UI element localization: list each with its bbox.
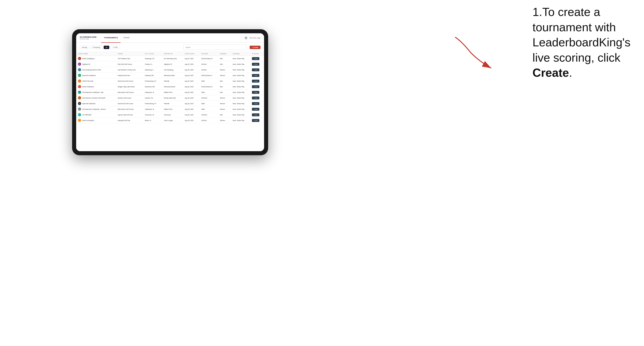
cell-city: Marion, IL xyxy=(143,118,162,123)
col-venue: VENUE xyxy=(116,52,143,56)
cell-event: ⛳ Fall Statesmen Invitational - Men xyxy=(76,90,116,95)
cell-scoring: team, Stroke Play xyxy=(231,90,250,95)
team-logo: ⛳ xyxy=(78,63,81,66)
edit-button[interactable]: ✏ Edit xyxy=(252,85,259,88)
cell-actions: ✏ Edit xyxy=(250,73,264,78)
cell-event: ⛳ VU PREVIEW xyxy=(76,112,116,118)
event-name: UPIKE Fall Invite xyxy=(82,80,93,82)
cell-hosted: Carl Sandburg xyxy=(162,67,183,73)
cell-actions: ✏ Edit xyxy=(250,112,264,118)
cell-division: NAIA xyxy=(200,90,218,95)
arrow-graphic xyxy=(448,35,498,71)
cell-scoring: team, Stroke Play xyxy=(231,106,250,112)
table-body: ⛳ MSMC Qualifying 1 The Powelton Club Ne… xyxy=(76,56,264,123)
cell-venue: StoneCrest Golf Course xyxy=(116,101,143,106)
cell-venue: StoneCrest Golf Course xyxy=(116,78,143,84)
cell-date: Aug 28, 2023 xyxy=(183,112,200,118)
col-division: DIVISION xyxy=(200,52,218,56)
table-row: ⛳ Klash at Kokopelli Kokopelli Golf Club… xyxy=(76,118,264,123)
filter-bar: Hosting Competing All ≡ Filter + Create xyxy=(76,43,264,52)
competing-filter-button[interactable]: Competing xyxy=(90,46,102,49)
cell-event: ⛳ Highland 36 xyxy=(76,61,116,67)
cell-actions: ✏ Edit xyxy=(250,90,264,95)
cell-city: Deerwood, MN xyxy=(143,84,162,90)
cell-city: Oskaloosa, IA xyxy=(143,90,162,95)
create-button[interactable]: + Create xyxy=(250,46,260,49)
cell-actions: ✏ Edit xyxy=(250,95,264,101)
nav-bar: SCOREBOARD Powered by clippit TOURNAMENT… xyxy=(76,33,264,43)
annotation-cta: Create xyxy=(532,66,569,79)
table-row: ⛳ upike fall invitational StoneCrest Gol… xyxy=(76,101,264,106)
event-name: 2023 Women's Hesston Fall Kickoff xyxy=(82,97,105,99)
cell-gender: Men xyxy=(218,56,231,61)
cell-hosted: Pikeville xyxy=(162,101,183,106)
cell-scoring: team, Stroke Play xyxy=(231,78,250,84)
filter-label: Filter xyxy=(114,47,118,48)
cell-hosted: Murray State (OK) xyxy=(162,95,183,101)
event-name: upike fall invitational xyxy=(82,103,95,104)
cell-city: Faribault, MN xyxy=(143,73,162,78)
cell-event: ⛳ Fall Statesmen Invitational - Women xyxy=(76,106,116,112)
filter-options-button[interactable]: ≡ Filter xyxy=(111,46,120,49)
nav-user: Test User | Sign xyxy=(250,37,260,39)
cell-scoring: team, Stroke Play xyxy=(231,95,250,101)
edit-button[interactable]: ✏ Edit xyxy=(252,63,259,66)
cell-event: ⛳ Morris Invitational xyxy=(76,84,116,90)
edit-button[interactable]: ✏ Edit xyxy=(252,57,259,60)
cell-city: Galesburg, IL xyxy=(143,67,162,73)
edit-button[interactable]: ✏ Edit xyxy=(252,91,259,94)
event-name: Carl Sandburg Women FA23 xyxy=(82,69,101,71)
cell-scoring: team, Stroke Play xyxy=(231,73,250,78)
cell-date: Aug 25, 2023 xyxy=(183,61,200,67)
cell-hosted: Vincennes xyxy=(162,112,183,118)
cell-city: Newburgh, NY xyxy=(143,56,162,61)
cell-gender: Women xyxy=(218,67,231,73)
annotation-text: 1.To create a tournament with Leaderboar… xyxy=(532,4,630,81)
team-logo: ⛳ xyxy=(78,68,81,71)
cell-gender: Men xyxy=(218,90,231,95)
cell-date: Aug 28, 2023 xyxy=(183,95,200,101)
cell-event: ⛳ Maverick Invitational xyxy=(76,73,116,78)
cell-gender: Women xyxy=(218,106,231,112)
cell-scoring: team, Stroke Play xyxy=(231,67,250,73)
hosting-filter-button[interactable]: Hosting xyxy=(80,46,89,49)
tournaments-table: EVENT NAME VENUE CITY, STATE HOSTED BY S… xyxy=(76,52,264,123)
search-input[interactable] xyxy=(184,44,246,50)
edit-button[interactable]: ✏ Edit xyxy=(252,108,259,111)
edit-button[interactable]: ✏ Edit xyxy=(252,68,259,71)
cell-scoring: team, Stroke Play xyxy=(231,61,250,67)
cell-actions: ✏ Edit xyxy=(250,106,264,112)
cell-actions: ✏ Edit xyxy=(250,78,264,84)
event-name: Klash at Kokopelli xyxy=(82,120,94,121)
edit-button[interactable]: ✏ Edit xyxy=(252,102,259,105)
table-row: ⛳ 2023 Women's Hesston Fall Kickoff Hess… xyxy=(76,95,264,101)
edit-button[interactable]: ✏ Edit xyxy=(252,97,259,99)
cell-event: ⛳ UPIKE Fall Invite xyxy=(76,78,116,84)
cell-division: NCAA Division III xyxy=(200,84,218,90)
cell-venue: Edmundson Golf Course xyxy=(116,106,143,112)
cell-actions: ✏ Edit xyxy=(250,101,264,106)
team-logo: ⛳ xyxy=(78,113,81,116)
cell-division: NJCAA I xyxy=(200,118,218,123)
team-logo: ⛳ xyxy=(78,102,81,105)
cell-hosted: Mt. Saint Mary (NY) xyxy=(162,56,183,61)
table-row: ⛳ Maverick Invitational Faribault Golf C… xyxy=(76,73,264,78)
event-name: VU PREVIEW xyxy=(82,114,92,116)
nav-link-tournaments[interactable]: TOURNAMENTS xyxy=(101,33,120,43)
cell-venue: Lake Bracken Country Club xyxy=(116,67,143,73)
cell-venue: The Powelton Club xyxy=(116,56,143,61)
table-row: ⛳ Highland 36 Park Hills Golf Course Fre… xyxy=(76,61,264,67)
filter-icon: ≡ xyxy=(113,47,114,48)
gear-icon[interactable]: ⚙ xyxy=(244,36,248,40)
col-actions: ACTIONS xyxy=(250,52,264,56)
edit-button[interactable]: ✏ Edit xyxy=(252,80,259,83)
cell-division: NJCAA I xyxy=(200,61,218,67)
all-filter-button[interactable]: All xyxy=(104,46,110,49)
annotation-line4: live scoring, click xyxy=(532,51,620,64)
cell-division: NCAA Division III xyxy=(200,56,218,61)
edit-button[interactable]: ✏ Edit xyxy=(252,74,259,77)
nav-link-teams[interactable]: TEAMS xyxy=(120,33,132,43)
table-row: ⛳ Morris Invitational Ruttger's Bay Lake… xyxy=(76,84,264,90)
edit-button[interactable]: ✏ Edit xyxy=(252,113,259,116)
edit-button[interactable]: ✏ Edit xyxy=(252,119,259,122)
